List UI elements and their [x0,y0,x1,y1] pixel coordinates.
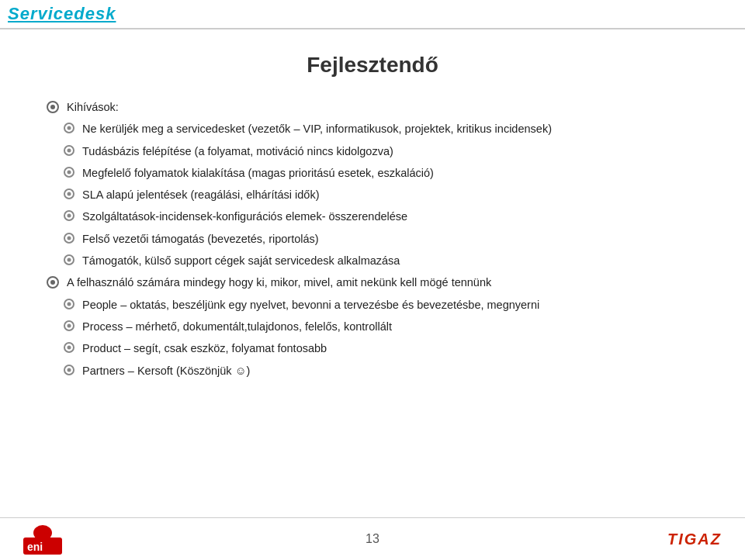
page-number: 13 [366,532,379,546]
bullet-list: Kihívások: Ne kerüljék meg a servicedesk… [47,99,698,379]
list-item: Ne kerüljék meg a servicedesket (vezetők… [47,121,698,137]
bullet-text: A felhasználó számára mindegy hogy ki, m… [67,275,698,290]
svg-point-4 [44,529,49,534]
bullet-icon [64,365,74,375]
list-item: Felső vezetői támogatás (bevezetés, ripo… [47,231,698,247]
bullet-text: Process – mérhető, dokumentált,tulajdono… [82,319,698,334]
bullet-icon [64,233,74,244]
svg-point-2 [33,525,52,541]
bullet-icon [64,254,74,265]
bullet-icon [64,167,74,178]
tigaz-logo-text: TIGAZ [667,531,722,548]
bullet-text: Tudásbázis felépítése (a folyamat, motiv… [82,143,698,159]
bullet-text: SLA alapú jelentések (reagálási, elhárít… [82,187,698,202]
slide-title: Fejlesztendő [47,53,698,78]
list-item: Megfelelő folyamatok kialakítása (magas … [47,165,698,181]
bullet-icon [47,276,59,289]
list-item: Támogatók, külső support cégek saját ser… [47,253,698,268]
bullet-text: People – oktatás, beszéljünk egy nyelvet… [82,297,698,313]
footer: eni 13 TIGAZ [0,517,745,560]
list-item: Tudásbázis felépítése (a folyamat, motiv… [47,143,698,159]
bullet-text: Támogatók, külső support cégek saját ser… [82,253,698,268]
tigaz-logo-area: TIGAZ [667,531,722,548]
bullet-text: Product – segít, csak eszköz, folyamat f… [82,340,698,356]
top-bar: Servicedesk [0,0,745,29]
bullet-icon [64,145,74,156]
bullet-text: Partners – Kersoft (Köszönjük ☺) [82,363,698,379]
bullet-icon [64,342,74,353]
bullet-icon [64,123,74,133]
list-item: Partners – Kersoft (Köszönjük ☺) [47,363,698,379]
bullet-text: Szolgáltatások-incidensek-konfigurációs … [82,209,698,224]
bullet-text: Megfelelő folyamatok kialakítása (magas … [82,165,698,181]
eni-logo-area: eni [23,524,62,555]
bullet-text: Kihívások: [67,99,698,115]
list-item: People – oktatás, beszéljünk egy nyelvet… [47,297,698,313]
svg-text:eni: eni [27,541,43,553]
bullet-text: Ne kerüljék meg a servicedesket (vezetők… [82,121,698,137]
bullet-icon [64,320,74,331]
list-item: Process – mérhető, dokumentált,tulajdono… [47,319,698,334]
svg-point-3 [36,529,41,534]
list-item: Szolgáltatások-incidensek-konfigurációs … [47,209,698,224]
list-item: Product – segít, csak eszköz, folyamat f… [47,340,698,356]
eni-logo-icon: eni [23,524,62,555]
list-item: A felhasználó számára mindegy hogy ki, m… [47,275,698,290]
bullet-icon [64,188,74,199]
list-item: Kihívások: [47,99,698,115]
list-item: SLA alapú jelentések (reagálási, elhárít… [47,187,698,202]
main-content: Fejlesztendő Kihívások: Ne kerüljék meg … [0,29,745,400]
bullet-icon [47,101,59,113]
servicedesk-logo: Servicedesk [8,4,116,24]
bullet-icon [64,299,74,309]
bullet-icon [64,210,74,221]
bullet-text: Felső vezetői támogatás (bevezetés, ripo… [82,231,698,247]
